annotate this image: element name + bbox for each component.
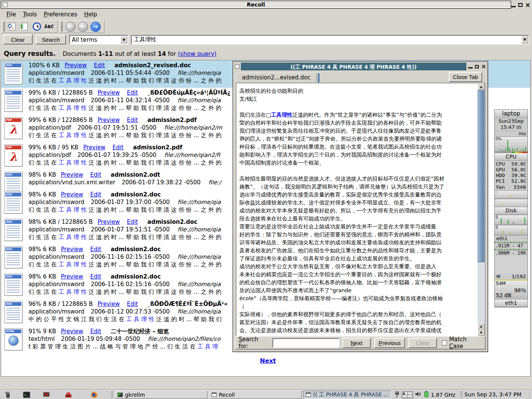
menu-tools[interactable]: Tools <box>19 10 40 19</box>
terminal-icon[interactable]: >_ <box>22 391 31 399</box>
preview-link[interactable]: Preview <box>98 301 120 307</box>
fan-chart-lower[interactable] <box>495 199 527 207</box>
mail-readout[interactable]: ✉1/192 <box>495 274 527 280</box>
edit-link[interactable]: Edit <box>90 273 101 280</box>
firefox-icon[interactable] <box>90 391 99 399</box>
preview-link[interactable]: Preview <box>61 171 83 178</box>
workspace-switcher[interactable] <box>402 391 413 398</box>
scrollbar-thumb[interactable] <box>478 90 484 262</box>
close-icon[interactable]: × <box>481 64 486 69</box>
clear-button[interactable]: Clear <box>3 35 33 44</box>
speaker-icon[interactable] <box>415 391 422 399</box>
preview-tab[interactable]: admission2...evised.doc <box>236 73 317 83</box>
scroll-down-icon[interactable]: ▼ <box>478 329 484 336</box>
panel-slider-dot[interactable] <box>496 192 498 193</box>
taskbar-clock[interactable]: Sun Sep 23, 3:47 PM <box>464 390 521 399</box>
minimize-icon[interactable] <box>468 67 473 68</box>
match-case-checkbox[interactable] <box>442 340 447 345</box>
window-menu-icon[interactable] <box>3 2 8 7</box>
workspace-3[interactable] <box>402 395 407 398</box>
workspace-2[interactable] <box>407 392 413 395</box>
menu-preferences[interactable]: Preferences <box>40 10 81 19</box>
query-history-icon[interactable]: ▼ <box>521 36 528 44</box>
preview-link[interactable]: Preview <box>61 246 83 253</box>
window-menu-icon[interactable] <box>235 64 239 69</box>
prev-page-button[interactable]: ← <box>78 22 88 32</box>
panel-handle[interactable] <box>461 391 462 398</box>
maximize-icon[interactable] <box>518 3 522 7</box>
cpu-label[interactable]: CPU <box>495 153 527 161</box>
close-tab-button[interactable]: Close Tab <box>449 72 482 82</box>
preview-link[interactable]: Preview <box>61 328 83 335</box>
search-input[interactable] <box>133 36 509 43</box>
recoll-titlebar[interactable]: Recoll <box>1 1 511 9</box>
taskbar-button-preview[interactable]: (( 工 PHRASE 4 具 PHRASE ... <box>303 391 391 399</box>
find-clear-button[interactable]: Clear <box>408 338 437 348</box>
search-mode-select[interactable]: All terms ▼ <box>69 35 128 44</box>
disk-read-chart[interactable]: 0 <box>495 215 527 225</box>
preview-link[interactable]: Preview <box>98 218 120 225</box>
edit-link[interactable]: Edit <box>127 218 138 225</box>
preview-window[interactable]: ((工 PHRASE 4 具 PHRASE 4 理 PHRASE 4 性)) ×… <box>233 61 488 352</box>
cpufreq-label[interactable]: 1.87 GHz <box>431 392 455 398</box>
edit-link[interactable]: Edit <box>90 171 101 178</box>
preview-link[interactable]: Preview <box>61 273 83 280</box>
minimize-icon[interactable] <box>511 6 516 7</box>
maximize-icon[interactable] <box>475 65 479 68</box>
next-page-button[interactable]: → <box>90 22 101 32</box>
edit-link[interactable]: Edit <box>127 89 138 96</box>
edit-link[interactable]: Edit <box>112 144 124 151</box>
find-next-button[interactable]: Next <box>342 338 371 348</box>
preview-scrollbar[interactable]: ▲ ▲ ▼ <box>478 84 484 336</box>
edit-link[interactable]: Edit <box>127 301 138 307</box>
chevron-down-icon[interactable]: ▼ <box>120 36 127 43</box>
disk-label[interactable]: Disk <box>495 207 527 215</box>
preview-link[interactable]: Preview <box>65 62 87 69</box>
gkrellm-bottom-label[interactable]: eth1 <box>495 299 527 307</box>
fan-chart-upper[interactable] <box>495 190 527 199</box>
preview-link[interactable]: Preview <box>98 89 120 96</box>
gkrellm-hostname[interactable]: laptop <box>495 110 527 118</box>
typewriter-icon[interactable] <box>64 391 73 399</box>
find-input[interactable] <box>272 338 339 348</box>
disk-write-chart[interactable]: 0 <box>495 225 527 235</box>
cpufreq-icon[interactable] <box>424 391 429 399</box>
memory-meter[interactable]: 54M 98% 52 dB <box>495 280 527 299</box>
edit-link[interactable]: Edit <box>127 117 138 124</box>
find-previous-button[interactable]: Previous <box>374 338 405 348</box>
toolbar-handle[interactable] <box>3 22 5 32</box>
next-page-link[interactable]: Next <box>260 357 276 364</box>
preview-link[interactable]: Preview <box>61 191 83 198</box>
edit-link[interactable]: Edit <box>90 328 101 335</box>
edit-link[interactable]: Edit <box>94 62 105 69</box>
sort-results-button[interactable]: ⇕ <box>19 21 30 32</box>
preview-link[interactable]: Preview <box>83 144 105 151</box>
query-details-button[interactable] <box>7 21 18 32</box>
scroll-up-icon[interactable]: ▲ <box>478 84 484 90</box>
gnome-menu-icon[interactable] <box>3 391 12 399</box>
power-plug-icon[interactable] <box>394 391 400 399</box>
scroll-up-icon[interactable]: ▲ <box>478 323 484 329</box>
preview-content[interactable]: 高校招生的社会功能和目的 文/钱江我们生活在□工具理性泛滥的时代。作为“世之显学… <box>236 83 485 337</box>
edit-link[interactable]: Edit <box>90 246 101 253</box>
menu-file[interactable]: File <box>3 10 19 19</box>
search-button[interactable]: Search <box>36 35 66 44</box>
show-query-link[interactable]: (show query) <box>178 51 217 57</box>
history-button[interactable] <box>32 21 42 32</box>
eth1-label-row[interactable]: eth1◠ <box>495 235 527 242</box>
term-explorer-button[interactable]: ÅBĈ <box>44 21 54 32</box>
panel-handle[interactable] <box>111 391 113 398</box>
preview-titlebar[interactable]: ((工 PHRASE 4 具 PHRASE 4 理 PHRASE 4 性)) × <box>234 62 487 71</box>
taskbar-button-gkrellm[interactable]: gkrellm <box>115 391 207 399</box>
preview-link[interactable]: Preview <box>98 117 120 124</box>
display-lock-icon[interactable] <box>42 391 51 399</box>
go-first-button[interactable]: ← <box>65 22 76 32</box>
menu-help[interactable]: Help <box>81 10 100 19</box>
workspace-1[interactable] <box>402 392 407 395</box>
edit-link[interactable]: Edit <box>90 191 101 198</box>
cpu-chart[interactable]: 0% <box>495 136 527 152</box>
gkrellm-monitor[interactable]: laptop Sun23Sep 15:47 05 mo 0% CPU CPU59… <box>494 109 528 307</box>
toolbar-handle[interactable] <box>61 22 63 32</box>
taskbar-button-recoll[interactable]: Recoll <box>209 391 302 399</box>
workspace-4[interactable] <box>407 395 413 398</box>
